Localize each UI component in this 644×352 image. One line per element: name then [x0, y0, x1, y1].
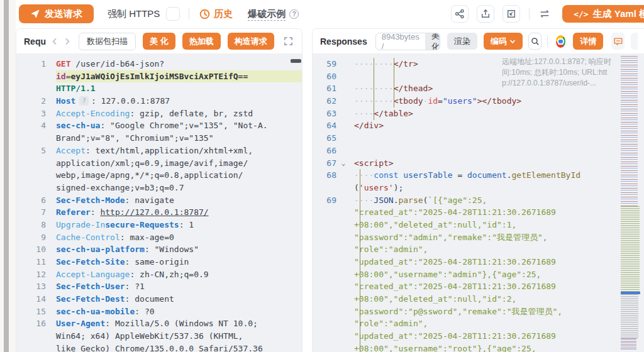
- code-row: 65: [313, 132, 644, 145]
- code-row: 7Referer: http://127.0.0.1:8787/: [16, 206, 302, 219]
- details-button[interactable]: 详情: [573, 33, 603, 50]
- code-token: id: [56, 72, 66, 81]
- code-token: =: [453, 170, 467, 180]
- build-request-button[interactable]: 构造请求: [228, 33, 274, 50]
- line-number: 65: [313, 132, 336, 145]
- fold-spacer: [338, 107, 348, 120]
- code-row: id=eyJ1aWQiOjEsImlkIjoiMSBvciAxPTEifQ==: [16, 70, 302, 83]
- response-code-editor[interactable]: 远端地址:127.0.0.1:8787; 响应时间:10ms; 总耗时:10ms…: [313, 54, 644, 352]
- code-row: "updated_at":"2025-04-28T11:21:30.267168…: [313, 330, 644, 343]
- share-button[interactable]: [451, 5, 469, 23]
- request-scrollbar-thumb[interactable]: [291, 59, 301, 63]
- code-token: "created_at":"2025-04-28T11:21:30.267168…: [354, 207, 556, 217]
- code-row: 15sec-ch-ua-mobile: ?0: [16, 305, 302, 318]
- chevron-left-icon[interactable]: [51, 38, 58, 45]
- code-row: "password":"admin","remake":"我是管理员",: [313, 231, 644, 244]
- code-token: : same-origin: [125, 257, 189, 267]
- code-token: <script>: [354, 158, 394, 168]
- line-number: 4: [16, 119, 46, 132]
- code-token: +08:00","deleted_at":null,"id":1,: [354, 220, 516, 229]
- comment-button[interactable]: [611, 33, 625, 50]
- code-token: </thead>: [394, 84, 433, 93]
- packet-scan-button[interactable]: 数据包扫描: [79, 33, 136, 50]
- code-row: ('users');: [313, 182, 644, 194]
- code-token: : max-age=0: [120, 233, 174, 242]
- generate-yaml-button[interactable]: </> 生成 Yaml 模板: [562, 5, 644, 23]
- code-row: application/xml;q=0.9,image/avif,image/: [16, 157, 302, 170]
- code-token: document: [467, 170, 507, 180]
- code-token: );: [394, 183, 404, 192]
- chrome-icon[interactable]: [556, 35, 565, 48]
- code-row: 10sec-ch-ua-platform: "Windows": [16, 243, 302, 256]
- swap-button[interactable]: [536, 5, 553, 23]
- line-number: 7: [16, 206, 46, 219]
- fold-spacer: [338, 268, 348, 281]
- line-number: 8: [16, 219, 46, 231]
- fold-chevron-icon[interactable]: ⌄: [338, 157, 348, 170]
- request-code-editor[interactable]: 1GET /user/id-b64-json?id=eyJ1aWQiOjEsIm…: [16, 54, 302, 352]
- chevron-right-icon[interactable]: [64, 38, 71, 45]
- line-number: [16, 132, 46, 145]
- code-row: 8Upgrade-Insecure-Requests: 1: [16, 219, 302, 231]
- encode-dropdown[interactable]: 编码: [484, 33, 523, 50]
- code-row: 62········<tbody·id="users"></tbody>: [313, 95, 644, 107]
- line-number: 2: [16, 95, 46, 107]
- line-number: 3: [16, 107, 46, 120]
- beautify-button[interactable]: 美 化: [143, 33, 175, 50]
- code-token: "updated_at":"2025-04-28T11:21:30.267168…: [354, 257, 556, 267]
- history-button[interactable]: 历史: [199, 8, 233, 20]
- code-token: sec-ch-ua: [56, 121, 100, 130]
- code-row: 9Cache-Control: max-age=0: [16, 231, 302, 244]
- toolbar: 发送请求 强制 HTTPS 历史 爆破示例 ?: [16, 0, 644, 28]
- force-https-checkbox[interactable]: [166, 7, 180, 21]
- blast-example-link[interactable]: 爆破示例: [248, 8, 286, 21]
- clipped-button[interactable]: [631, 33, 638, 50]
- code-token: : "Windows": [145, 245, 199, 254]
- line-number: 14: [16, 293, 46, 305]
- line-number: 11: [16, 256, 46, 268]
- help-icon[interactable]: ?: [289, 9, 299, 19]
- code-token: http://127.0.0.1:8787/: [100, 207, 208, 217]
- hot-reload-button[interactable]: 热加载: [182, 33, 221, 50]
- line-number: 15: [16, 305, 46, 318]
- line-number: 68: [313, 169, 336, 182]
- export-button[interactable]: [477, 5, 494, 23]
- line-number: [16, 169, 46, 182]
- page-scrollbar-track[interactable]: [0, 0, 16, 352]
- line-number: [313, 256, 336, 268]
- response-size-group: 8943bytes / 美化: [375, 33, 440, 50]
- response-beautify-button[interactable]: 美化: [425, 33, 440, 50]
- line-number: 64: [313, 119, 336, 132]
- expand-icon[interactable]: [284, 36, 293, 46]
- tab-request[interactable]: Requ: [24, 36, 46, 47]
- search-button[interactable]: [528, 33, 541, 50]
- code-token: </table>: [374, 109, 413, 118]
- line-number: 62: [313, 95, 336, 107]
- indent-guide: [394, 58, 394, 107]
- code-token: [248, 72, 253, 81]
- line-number: 1: [16, 58, 46, 70]
- send-request-button[interactable]: 发送请求: [19, 4, 94, 23]
- render-button[interactable]: 渲染: [447, 33, 477, 50]
- minimap[interactable]: [621, 55, 640, 349]
- swap-arrows-icon: [539, 9, 550, 19]
- code-token: webp,image/apng,*/*;q=0.8,application/: [56, 170, 243, 180]
- line-number: 6: [16, 194, 46, 207]
- code-row: 3Accept-Encoding: gzip, deflate, br, zst…: [16, 107, 302, 120]
- import-button[interactable]: [502, 5, 520, 23]
- code-token: getElementById: [512, 170, 581, 180]
- tab-responses[interactable]: Responses: [320, 36, 367, 47]
- line-number: [313, 293, 336, 305]
- code-token: +08:00","username":"root"},{"age":25,: [354, 344, 536, 352]
- page-scrollbar-thumb[interactable]: [4, 0, 9, 352]
- fold-spacer: [338, 82, 348, 95]
- code-token: ····: [354, 109, 374, 118]
- minimap-gray-section: [621, 294, 638, 338]
- line-number: [16, 82, 46, 95]
- code-token: Host: [56, 96, 75, 106]
- line-number: 66: [313, 145, 336, 157]
- code-token: <tbody: [394, 96, 423, 106]
- response-size-label[interactable]: 8943bytes /: [376, 33, 425, 50]
- code-token: "updated_at":"2025-04-28T11:21:30.267168…: [354, 331, 556, 341]
- code-token: sec-ch-ua-platform: [56, 245, 145, 254]
